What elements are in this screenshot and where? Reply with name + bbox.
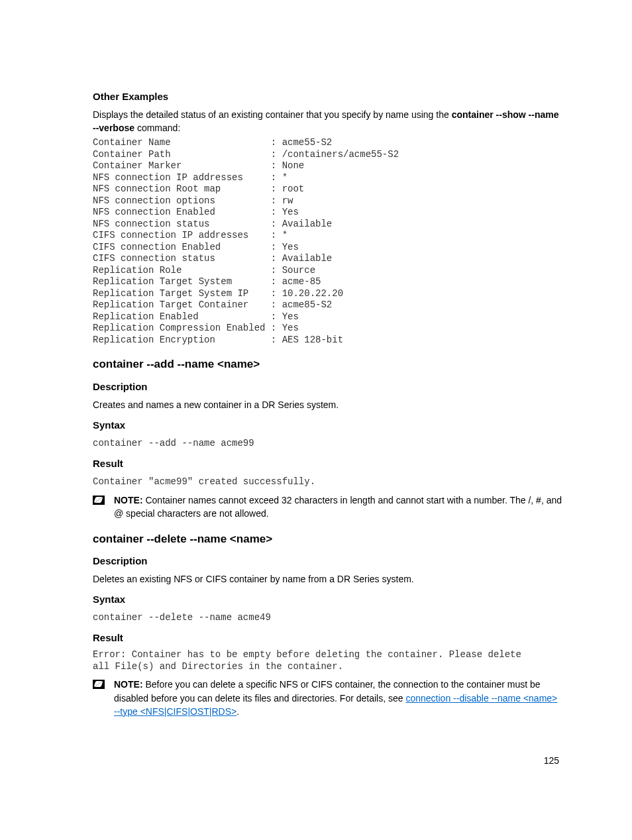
note-text-delete: NOTE: Before you can delete a specific N… [114,678,562,718]
code-block-container-show: Container Name : acme55-S2 Container Pat… [93,137,562,346]
heading-description-add: Description [93,380,562,394]
heading-result-delete: Result [93,631,562,645]
section-container-delete: container --delete --name <name> Descrip… [93,531,562,718]
note-icon [93,496,105,505]
result-add: Container "acme99" created successfully. [93,475,562,488]
heading-syntax-add: Syntax [93,418,562,433]
page-number: 125 [544,754,559,767]
heading-other-examples: Other Examples [93,89,562,104]
result-delete: Error: Container has to be empty before … [93,649,562,672]
heading-result-add: Result [93,456,562,471]
description-delete: Deletes an existing NFS or CIFS containe… [93,572,562,586]
heading-container-add: container --add --name <name> [93,356,562,373]
note-label: NOTE: [114,679,143,690]
note-label: NOTE: [114,495,143,505]
description-add: Creates and names a new container in a D… [93,398,562,411]
heading-syntax-delete: Syntax [93,592,562,607]
heading-description-delete: Description [93,554,562,568]
syntax-add: container --add --name acme99 [93,437,562,450]
intro-text-1: Displays the detailed status of an exist… [93,109,452,120]
note-text-add: NOTE: Container names cannot exceed 32 c… [114,494,562,521]
heading-container-delete: container --delete --name <name> [93,531,562,548]
section-container-add: container --add --name <name> Descriptio… [93,356,562,520]
note-body-delete-2: . [237,706,239,717]
section-other-examples: Other Examples Displays the detailed sta… [93,89,562,346]
note-icon [93,680,105,689]
syntax-delete: container --delete --name acme49 [93,611,562,624]
note-body-add: Container names cannot exceed 32 charact… [114,495,562,519]
intro-paragraph: Displays the detailed status of an exist… [93,108,562,135]
note-block-delete: NOTE: Before you can delete a specific N… [93,678,562,718]
note-block-add: NOTE: Container names cannot exceed 32 c… [93,494,562,521]
intro-text-2: command: [134,123,180,133]
